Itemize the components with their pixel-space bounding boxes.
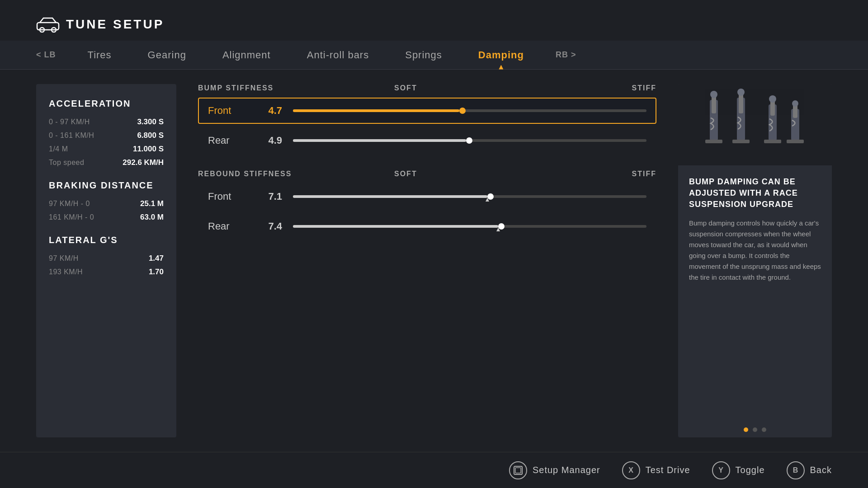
suspension-illustration: [687, 86, 823, 163]
bump-front-label: Front: [208, 105, 249, 117]
stat-quarter-label: 1/4 M: [49, 145, 68, 153]
bump-rear-slider-row[interactable]: Rear 4.9: [198, 127, 656, 154]
car-icon: [36, 16, 60, 33]
stat-brk-97-label: 97 KM/H - 0: [49, 200, 90, 208]
stat-0-161-label: 0 - 161 KM/H: [49, 131, 94, 140]
stat-lat-97: 97 KM/H 1.47: [49, 252, 164, 265]
rebound-stiffness-label: REBOUND STIFFNESS: [198, 170, 292, 178]
setup-manager-button[interactable]: Setup Manager: [509, 461, 600, 479]
bump-front-slider-row[interactable]: Front 4.7: [198, 98, 656, 124]
svg-rect-16: [732, 140, 750, 143]
main-content: ACCELERATION 0 - 97 KM/H 3.300 S 0 - 161…: [0, 70, 868, 452]
stat-lat-97-value: 1.47: [149, 254, 164, 263]
stat-lat-193-label: 193 KM/H: [49, 268, 83, 276]
back-button[interactable]: B Back: [787, 461, 832, 479]
info-body: Bump damping controls how quickly a car'…: [689, 218, 821, 283]
dot-1[interactable]: [744, 427, 748, 432]
rebound-front-label: Front: [208, 191, 249, 202]
tuning-panel: BUMP STIFFNESS SOFT STIFF Front 4.7 Rear…: [176, 84, 678, 437]
info-dots: [678, 422, 832, 437]
svg-point-14: [792, 100, 798, 107]
bump-front-track[interactable]: [293, 109, 646, 112]
info-image: [678, 84, 832, 165]
rebound-rear-track[interactable]: [293, 225, 646, 228]
stat-quarter: 1/4 M 11.000 S: [49, 142, 164, 156]
tab-tires[interactable]: Tires: [70, 41, 130, 70]
bottom-bar: Setup Manager X Test Drive Y Toggle B Ba…: [0, 452, 868, 488]
back-icon: B: [787, 461, 805, 479]
bump-front-thumb: [459, 108, 466, 114]
rebound-rear-value: 7.4: [259, 221, 282, 232]
setup-manager-label: Setup Manager: [533, 465, 600, 475]
lateral-title: LATERAL G'S: [49, 235, 164, 245]
nav-bar: < LB Tires Gearing Alignment Anti-roll b…: [0, 41, 868, 70]
svg-rect-15: [705, 140, 722, 143]
logo: TUNE SETUP: [36, 16, 164, 33]
nav-rb-button[interactable]: RB >: [556, 50, 576, 60]
rebound-soft-label: SOFT: [394, 170, 417, 178]
bump-rear-thumb: [466, 137, 472, 144]
stats-panel: ACCELERATION 0 - 97 KM/H 3.300 S 0 - 161…: [36, 84, 176, 437]
stat-topspeed: Top speed 292.6 KM/H: [49, 156, 164, 169]
stat-lat-193: 193 KM/H 1.70: [49, 265, 164, 279]
bump-stiffness-header: BUMP STIFFNESS SOFT STIFF: [198, 84, 656, 92]
tab-damping[interactable]: Damping: [460, 41, 542, 70]
setup-manager-icon: [509, 461, 527, 479]
stat-brk-97-value: 25.1 M: [140, 199, 164, 208]
stat-0-97-label: 0 - 97 KM/H: [49, 118, 90, 126]
svg-point-11: [769, 95, 776, 103]
info-content: BUMP DAMPING CAN BE ADJUSTED WITH A RACE…: [678, 165, 832, 422]
tab-springs[interactable]: Springs: [387, 41, 460, 70]
toggle-icon: Y: [712, 461, 730, 479]
stat-topspeed-label: Top speed: [49, 159, 84, 167]
bump-front-fill: [293, 109, 459, 112]
toggle-label: Toggle: [736, 465, 765, 475]
rebound-front-slider-row[interactable]: Front 7.1: [198, 183, 656, 210]
stat-quarter-value: 11.000 S: [133, 145, 164, 154]
rebound-rear-label: Rear: [208, 221, 249, 232]
svg-rect-17: [764, 140, 781, 143]
stat-topspeed-value: 292.6 KM/H: [123, 158, 164, 167]
rebound-front-track[interactable]: [293, 195, 646, 198]
stat-brk-161-value: 63.0 M: [140, 213, 164, 222]
tab-alignment[interactable]: Alignment: [204, 41, 289, 70]
rebound-front-value: 7.1: [259, 191, 282, 202]
back-label: Back: [810, 465, 832, 475]
bump-soft-label: SOFT: [394, 84, 417, 92]
stat-lat-97-label: 97 KM/H: [49, 254, 79, 263]
stat-0-161: 0 - 161 KM/H 6.800 S: [49, 129, 164, 142]
bump-stiffness-label: BUMP STIFFNESS: [198, 84, 274, 92]
rebound-stiff-label: STIFF: [632, 170, 656, 178]
test-drive-icon: X: [622, 461, 640, 479]
stat-0-161-value: 6.800 S: [137, 131, 164, 140]
stat-0-97-value: 3.300 S: [137, 117, 164, 127]
svg-rect-18: [787, 140, 804, 143]
stat-brk-97: 97 KM/H - 0 25.1 M: [49, 197, 164, 211]
rebound-front-fill: [293, 195, 487, 198]
tab-antirollbars[interactable]: Anti-roll bars: [289, 41, 387, 70]
bump-rear-track[interactable]: [293, 139, 646, 142]
svg-point-5: [710, 91, 717, 98]
toggle-button[interactable]: Y Toggle: [712, 461, 765, 479]
info-title: BUMP DAMPING CAN BE ADJUSTED WITH A RACE…: [689, 176, 821, 211]
bump-front-value: 4.7: [259, 105, 282, 117]
stat-brk-161: 161 KM/H - 0 63.0 M: [49, 211, 164, 224]
bump-rear-label: Rear: [208, 135, 249, 146]
page-title: TUNE SETUP: [66, 17, 164, 32]
dot-3[interactable]: [762, 427, 766, 432]
info-panel: BUMP DAMPING CAN BE ADJUSTED WITH A RACE…: [678, 84, 832, 437]
rebound-rear-slider-row[interactable]: Rear 7.4: [198, 213, 656, 239]
rebound-stiffness-header: REBOUND STIFFNESS SOFT STIFF: [198, 170, 656, 178]
braking-title: BRAKING DISTANCE: [49, 180, 164, 191]
svg-rect-7: [739, 93, 743, 113]
nav-lb-button[interactable]: < LB: [36, 50, 56, 60]
svg-point-8: [737, 89, 745, 96]
tab-gearing[interactable]: Gearing: [130, 41, 204, 70]
dot-2[interactable]: [753, 427, 757, 432]
bump-rear-fill: [293, 139, 466, 142]
stat-brk-161-label: 161 KM/H - 0: [49, 213, 94, 221]
test-drive-label: Test Drive: [646, 465, 690, 475]
test-drive-button[interactable]: X Test Drive: [622, 461, 690, 479]
rebound-rear-fill: [293, 225, 498, 228]
stat-lat-193-value: 1.70: [149, 267, 164, 277]
